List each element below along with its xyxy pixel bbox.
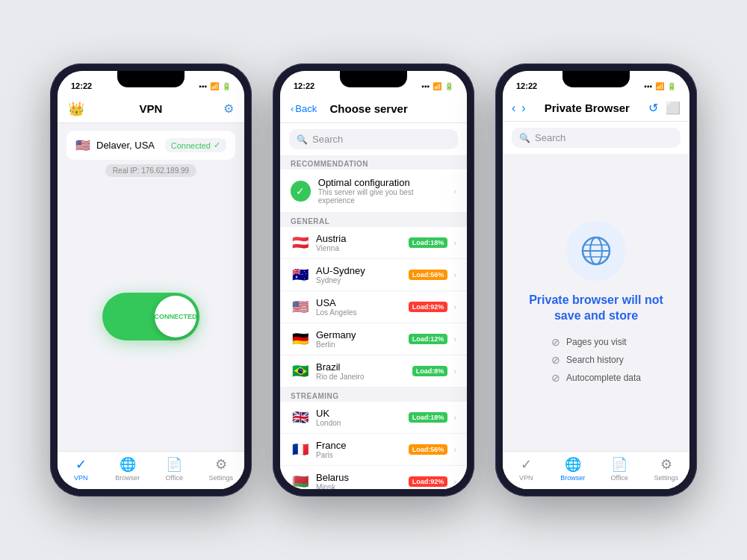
server-belarus[interactable]: 🇧🇾 Belarus Minsk Load:92% › <box>280 466 467 489</box>
chevron-austria: › <box>453 238 456 247</box>
info-france: France Paris <box>316 440 403 459</box>
tab-browser-office[interactable]: 📄 Office <box>596 456 643 482</box>
crown-icon: 👑 <box>68 101 84 117</box>
tab-settings[interactable]: ⚙ Settings <box>198 456 245 482</box>
toggle-thumb: CONNECTED <box>155 296 196 337</box>
info-au: AU-Sydney Sydney <box>316 265 403 284</box>
info-belarus: Belarus Minsk <box>316 472 403 489</box>
browser-label-b: Browser <box>560 474 585 482</box>
browser-tab-label: Browser <box>115 474 140 482</box>
tab-browser-browser[interactable]: 🌐 Browser <box>550 456 597 482</box>
signal-icon-3: ▪▪▪ <box>644 82 652 90</box>
tab-office[interactable]: 📄 Office <box>151 456 198 482</box>
flag-uk: 🇬🇧 <box>291 409 310 426</box>
chevron-belarus: › <box>453 477 456 486</box>
globe-svg <box>580 234 613 267</box>
server-search-input[interactable]: 🔍 Search <box>289 129 458 149</box>
private-browser-title: Private browser will not save and store <box>518 293 675 324</box>
chevron-au: › <box>453 270 456 279</box>
tab-vpn[interactable]: ✓ VPN <box>58 456 105 482</box>
back-nav-button[interactable]: ‹ <box>512 102 515 115</box>
chevron-uk: › <box>453 413 456 422</box>
load-au: Load:56% <box>409 270 448 280</box>
tab-bar-browser: ✓ VPN 🌐 Browser 📄 Office ⚙ Settings <box>503 451 689 489</box>
gear-icon[interactable]: ⚙ <box>223 102 234 116</box>
real-ip-label: Real IP: 176.62.189.99 <box>105 164 196 177</box>
optimal-config-item[interactable]: ✓ Optimal configuration This server will… <box>280 169 467 213</box>
optimal-desc: This server will give you best experienc… <box>318 188 447 205</box>
office-label-b: Office <box>611 474 628 482</box>
search-icon: 🔍 <box>297 134 308 145</box>
load-brazil: Load:8% <box>412 366 448 376</box>
server-usa[interactable]: 🇺🇸 USA Los Angeles Load:92% › <box>280 291 467 323</box>
load-austria: Load:18% <box>409 237 448 248</box>
checkmark-icon: ✓ <box>214 140 220 150</box>
browser-action-buttons: ↺ ⬜ <box>648 101 681 115</box>
settings-tab-label: Settings <box>208 474 233 482</box>
vpn-location-row[interactable]: 🇺🇸 Delaver, USA Connected ✓ <box>66 131 235 160</box>
settings-icon-b: ⚙ <box>660 456 672 473</box>
optimal-info: Optimal configuration This server will g… <box>318 177 447 205</box>
private-browser-content: Private browser will not save and store … <box>503 154 689 451</box>
vpn-toggle[interactable]: CONNECTED <box>102 293 199 340</box>
browser-tab-icon: 🌐 <box>120 456 136 473</box>
status-icons-browser: ▪▪▪ 📶 🔋 <box>644 82 676 90</box>
browser-header: ‹ › Private Browser ↺ ⬜ <box>503 95 689 122</box>
tab-browser-settings[interactable]: ⚙ Settings <box>643 456 690 482</box>
optimal-icon: ✓ <box>291 181 311 202</box>
optimal-name: Optimal configuration <box>318 177 447 188</box>
connected-label: Connected <box>171 141 211 150</box>
load-belarus: Load:92% <box>409 476 448 487</box>
globe-icon <box>566 221 626 281</box>
no-history-icon: ⊘ <box>551 354 560 366</box>
reload-icon[interactable]: ↺ <box>648 101 658 115</box>
phone-vpn: 12:22 ▪▪▪ 📶 🔋 👑 VPN ⚙ 🇺🇸 Delaver, USA <box>50 63 252 497</box>
load-france: Load:56% <box>409 444 448 455</box>
time-vpn: 12:22 <box>71 81 92 90</box>
flag-germany: 🇩🇪 <box>291 331 310 347</box>
server-au-sydney[interactable]: 🇦🇺 AU-Sydney Sydney Load:56% › <box>280 259 467 291</box>
tab-browser[interactable]: 🌐 Browser <box>105 456 152 482</box>
flag-austria: 🇦🇹 <box>291 234 310 251</box>
flag-france: 🇫🇷 <box>291 441 310 458</box>
browser-search-input[interactable]: 🔍 Search <box>512 128 681 148</box>
feature-autocomplete-label: Autocomplete data <box>566 373 641 383</box>
signal-icon-2: ▪▪▪ <box>421 82 430 90</box>
server-brazil[interactable]: 🇧🇷 Brazil Rio de Janeiro Load:8% › <box>280 355 467 388</box>
server-france[interactable]: 🇫🇷 France Paris Load:56% › <box>280 434 467 466</box>
streaming-header: STREAMING <box>280 388 467 402</box>
server-uk[interactable]: 🇬🇧 UK London Load:18% › <box>280 402 467 434</box>
server-germany[interactable]: 🇩🇪 Germany Berlin Load:12% › <box>280 323 467 355</box>
battery-icon-2: 🔋 <box>444 82 453 90</box>
server-title: Choose server <box>317 102 421 115</box>
load-germany: Load:12% <box>409 334 448 344</box>
office-tab-label: Office <box>166 474 183 482</box>
forward-nav-button[interactable]: › <box>521 102 525 115</box>
no-autocomplete-icon: ⊘ <box>551 372 560 384</box>
status-icons-vpn: ▪▪▪ 📶 🔋 <box>199 82 231 90</box>
wifi-icon-2: 📶 <box>433 82 441 90</box>
browser-icon-b: 🌐 <box>565 456 581 473</box>
tab-browser-vpn[interactable]: ✓ VPN <box>503 456 550 482</box>
browser-title: Private Browser <box>532 102 642 114</box>
feature-history: ⊘ Search history <box>551 354 641 366</box>
feature-autocomplete: ⊘ Autocomplete data <box>551 372 641 384</box>
vpn-header: 👑 VPN ⚙ <box>58 95 244 123</box>
feature-pages: ⊘ Pages you visit <box>551 336 641 348</box>
chevron-icon: › <box>453 187 456 196</box>
vpn-title: VPN <box>140 102 163 115</box>
back-button[interactable]: ‹ Back <box>291 103 317 114</box>
recommendation-header: RECOMMENDATION <box>280 155 467 169</box>
wifi-icon-3: 📶 <box>655 82 664 90</box>
connected-text: CONNECTED <box>155 313 197 320</box>
server-list: RECOMMENDATION ✓ Optimal configuration T… <box>280 155 467 489</box>
privacy-features-list: ⊘ Pages you visit ⊘ Search history ⊘ Aut… <box>551 336 641 384</box>
settings-tab-icon: ⚙ <box>215 456 227 473</box>
share-icon[interactable]: ⬜ <box>666 101 681 115</box>
phone-browser: 12:22 ▪▪▪ 📶 🔋 ‹ › Private Browser ↺ ⬜ <box>495 63 697 497</box>
notch-2 <box>340 71 407 87</box>
chevron-germany: › <box>453 335 456 343</box>
info-usa: USA Los Angeles <box>316 297 403 317</box>
server-austria[interactable]: 🇦🇹 Austria Vienna Load:18% › <box>280 227 467 259</box>
connected-badge: Connected ✓ <box>165 138 226 152</box>
